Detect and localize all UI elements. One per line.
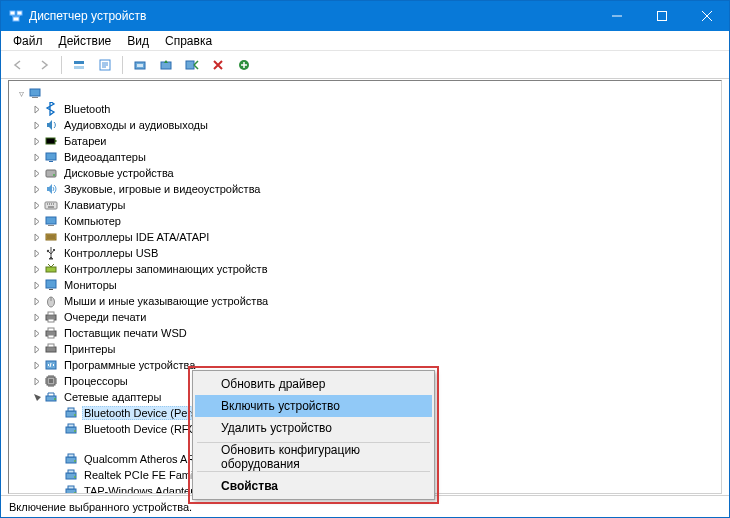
- expand-arrow-icon[interactable]: [31, 311, 43, 323]
- svg-rect-35: [48, 335, 54, 338]
- status-text: Включение выбранного устройства.: [9, 501, 192, 513]
- ide-icon: [43, 229, 59, 245]
- tree-category[interactable]: Bluetooth: [31, 101, 721, 117]
- expand-arrow-icon[interactable]: [31, 119, 43, 131]
- printer-icon: [43, 341, 59, 357]
- ctx-enable-device[interactable]: Включить устройство: [195, 395, 432, 417]
- tree-category[interactable]: Видеоадаптеры: [31, 149, 721, 165]
- minimize-button[interactable]: [594, 1, 639, 31]
- tree-category[interactable]: Контроллеры IDE ATA/ATAPI: [31, 229, 721, 245]
- expand-arrow-icon[interactable]: [31, 231, 43, 243]
- expand-arrow-icon[interactable]: [31, 359, 43, 371]
- svg-point-51: [74, 460, 76, 462]
- expand-arrow-icon[interactable]: [31, 103, 43, 115]
- enable-device-toolbar-button[interactable]: [181, 54, 203, 76]
- add-legacy-button[interactable]: [233, 54, 255, 76]
- close-button[interactable]: [684, 1, 729, 31]
- category-label: Очереди печати: [62, 311, 149, 323]
- svg-rect-21: [46, 217, 56, 224]
- ctx-delete-device[interactable]: Удалить устройство: [195, 417, 432, 439]
- toolbar: [1, 51, 729, 79]
- svg-rect-1: [17, 11, 22, 15]
- svg-rect-49: [66, 457, 76, 463]
- menu-file[interactable]: Файл: [5, 32, 51, 50]
- forward-button[interactable]: [33, 54, 55, 76]
- ctx-separator: [197, 471, 430, 472]
- menu-action[interactable]: Действие: [51, 32, 120, 50]
- svg-rect-15: [55, 140, 57, 142]
- update-driver-toolbar-button[interactable]: [155, 54, 177, 76]
- category-label: Контроллеры запоминающих устройств: [62, 263, 269, 275]
- disk-icon: [43, 165, 59, 181]
- category-label: Дисковые устройства: [62, 167, 176, 179]
- netadapter-icon: [63, 483, 79, 494]
- svg-rect-46: [66, 427, 76, 433]
- svg-rect-50: [68, 454, 74, 457]
- tree-category[interactable]: Звуковые, игровые и видеоустройства: [31, 181, 721, 197]
- tree-category[interactable]: Контроллеры запоминающих устройств: [31, 261, 721, 277]
- toolbar-separator: [122, 56, 123, 74]
- menubar: Файл Действие Вид Справка: [1, 31, 729, 51]
- svg-rect-55: [66, 489, 76, 494]
- expand-arrow-icon[interactable]: [31, 247, 43, 259]
- titlebar[interactable]: Диспетчер устройств: [1, 1, 729, 31]
- expand-arrow-icon[interactable]: [31, 327, 43, 339]
- svg-rect-5: [74, 66, 84, 69]
- tree-root[interactable]: ▿: [15, 85, 721, 101]
- tree-category[interactable]: Компьютер: [31, 213, 721, 229]
- expand-arrow-icon[interactable]: [31, 343, 43, 355]
- back-button[interactable]: [7, 54, 29, 76]
- scan-hardware-button[interactable]: [129, 54, 151, 76]
- svg-rect-43: [66, 411, 76, 417]
- category-label: Компьютер: [62, 215, 123, 227]
- tree-category[interactable]: Мониторы: [31, 277, 721, 293]
- tree-category[interactable]: Дисковые устройства: [31, 165, 721, 181]
- usb-icon: [43, 245, 59, 261]
- expand-arrow-icon[interactable]: [31, 295, 43, 307]
- tree-category[interactable]: Принтеры: [31, 341, 721, 357]
- maximize-button[interactable]: [639, 1, 684, 31]
- ctx-scan-hardware[interactable]: Обновить конфигурацию оборудования: [195, 446, 432, 468]
- uninstall-toolbar-button[interactable]: [207, 54, 229, 76]
- expand-arrow-icon[interactable]: [31, 215, 43, 227]
- expand-arrow-icon[interactable]: [31, 263, 43, 275]
- tree-category[interactable]: Контроллеры USB: [31, 245, 721, 261]
- expand-arrow-icon[interactable]: [31, 199, 43, 211]
- expand-arrow-icon[interactable]: [31, 279, 43, 291]
- cpu-icon: [43, 373, 59, 389]
- expand-arrow-icon[interactable]: [31, 151, 43, 163]
- tree-category[interactable]: Клавиатуры: [31, 197, 721, 213]
- expand-arrow-icon[interactable]: [31, 391, 43, 403]
- svg-point-45: [74, 414, 76, 416]
- category-label: Звуковые, игровые и видеоустройства: [62, 183, 263, 195]
- svg-rect-22: [48, 225, 54, 226]
- tree-category[interactable]: Аудиовходы и аудиовыходы: [31, 117, 721, 133]
- tree-category[interactable]: Батареи: [31, 133, 721, 149]
- ctx-properties[interactable]: Свойства: [195, 475, 432, 497]
- properties-toolbar-button[interactable]: [94, 54, 116, 76]
- category-label: Контроллеры IDE ATA/ATAPI: [62, 231, 211, 243]
- tree-category[interactable]: Мыши и иные указывающие устройства: [31, 293, 721, 309]
- svg-rect-34: [48, 328, 54, 331]
- svg-point-54: [74, 476, 76, 478]
- expand-arrow-icon[interactable]: [31, 183, 43, 195]
- svg-rect-20: [45, 202, 57, 209]
- tree-category[interactable]: Поставщик печати WSD: [31, 325, 721, 341]
- expand-arrow-icon[interactable]: [31, 167, 43, 179]
- netadapter-icon: [63, 405, 79, 421]
- category-label: Контроллеры USB: [62, 247, 160, 259]
- expand-arrow-icon[interactable]: [31, 375, 43, 387]
- tree-category[interactable]: Очереди печати: [31, 309, 721, 325]
- display-icon: [43, 149, 59, 165]
- netadapter-icon: [63, 421, 79, 437]
- svg-rect-37: [48, 344, 54, 347]
- menu-view[interactable]: Вид: [119, 32, 157, 50]
- monitor-icon: [43, 277, 59, 293]
- svg-rect-3: [657, 12, 666, 21]
- ctx-update-driver[interactable]: Обновить драйвер: [195, 373, 432, 395]
- category-label: Процессоры: [62, 375, 130, 387]
- expand-arrow-icon[interactable]: [31, 135, 43, 147]
- svg-rect-52: [66, 473, 76, 479]
- show-hidden-button[interactable]: [68, 54, 90, 76]
- menu-help[interactable]: Справка: [157, 32, 220, 50]
